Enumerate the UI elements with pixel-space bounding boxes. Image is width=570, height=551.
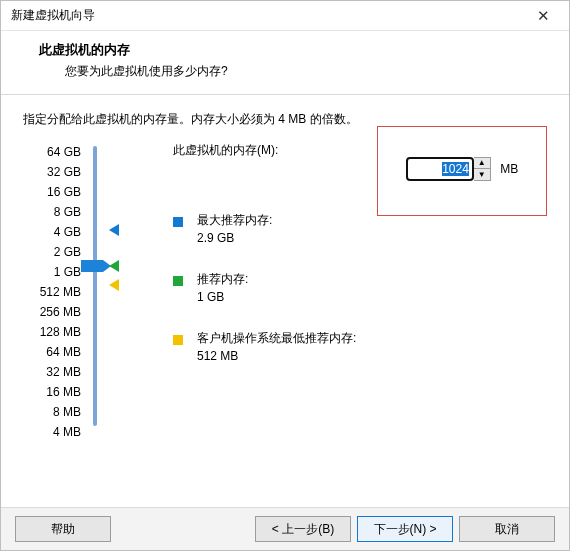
max-recommended-value: 2.9 GB xyxy=(197,231,272,247)
square-yellow-icon xyxy=(173,335,183,345)
memory-unit: MB xyxy=(500,162,518,176)
memory-step-up-button[interactable]: ▲ xyxy=(474,158,490,169)
marker-max-icon xyxy=(109,224,119,236)
memory-slider-thumb[interactable] xyxy=(81,260,103,272)
scale-label: 256 MB xyxy=(23,302,81,322)
content-area: 指定分配给此虚拟机的内存量。内存大小必须为 4 MB 的倍数。 64 GB 32… xyxy=(1,95,569,507)
help-button[interactable]: 帮助 xyxy=(15,516,111,542)
cancel-button[interactable]: 取消 xyxy=(459,516,555,542)
scale-label: 8 MB xyxy=(23,402,81,422)
page-subtitle: 您要为此虚拟机使用多少内存? xyxy=(39,63,569,80)
min-recommended-label: 客户机操作系统最低推荐内存: xyxy=(197,331,356,347)
recommended-value: 1 GB xyxy=(197,290,248,306)
marker-recommended-icon xyxy=(109,260,119,272)
scale-label: 64 GB xyxy=(23,142,81,162)
scale-label: 8 GB xyxy=(23,202,81,222)
back-button[interactable]: < 上一步(B) xyxy=(255,516,351,542)
square-blue-icon xyxy=(173,217,183,227)
memory-step-down-button[interactable]: ▼ xyxy=(474,169,490,180)
memory-scale: 64 GB 32 GB 16 GB 8 GB 4 GB 2 GB 1 GB 51… xyxy=(23,140,547,470)
scale-label: 4 MB xyxy=(23,422,81,442)
scale-label: 16 MB xyxy=(23,382,81,402)
min-recommended-value: 512 MB xyxy=(197,349,356,365)
info-column: 此虚拟机的内存(M): ▲ ▼ MB 最大 xyxy=(173,142,547,391)
max-recommended-row: 最大推荐内存: 2.9 GB xyxy=(173,213,547,246)
max-recommended-label: 最大推荐内存: xyxy=(197,213,272,229)
wizard-header: 此虚拟机的内存 您要为此虚拟机使用多少内存? xyxy=(1,31,569,95)
scale-label: 1 GB xyxy=(23,262,81,282)
next-button[interactable]: 下一步(N) > xyxy=(357,516,453,542)
recommended-row: 推荐内存: 1 GB xyxy=(173,272,547,305)
scale-label: 16 GB xyxy=(23,182,81,202)
window-title: 新建虚拟机向导 xyxy=(11,7,95,24)
memory-input-highlight: ▲ ▼ MB xyxy=(377,126,547,216)
scale-label: 64 MB xyxy=(23,342,81,362)
memory-input[interactable] xyxy=(406,157,474,181)
scale-label: 2 GB xyxy=(23,242,81,262)
scale-label: 512 MB xyxy=(23,282,81,302)
close-icon[interactable]: ✕ xyxy=(523,8,563,23)
scale-label: 128 MB xyxy=(23,322,81,342)
scale-label: 4 GB xyxy=(23,222,81,242)
min-recommended-row: 客户机操作系统最低推荐内存: 512 MB xyxy=(173,331,547,364)
scale-label: 32 MB xyxy=(23,362,81,382)
recommendations: 最大推荐内存: 2.9 GB 推荐内存: 1 GB xyxy=(173,213,547,365)
memory-spinner: ▲ ▼ xyxy=(406,157,491,181)
scale-label: 32 GB xyxy=(23,162,81,182)
scale-labels: 64 GB 32 GB 16 GB 8 GB 4 GB 2 GB 1 GB 51… xyxy=(23,142,81,442)
wizard-window: 新建虚拟机向导 ✕ 此虚拟机的内存 您要为此虚拟机使用多少内存? 指定分配给此虚… xyxy=(0,0,570,551)
memory-slider-track[interactable] xyxy=(93,146,97,426)
titlebar: 新建虚拟机向导 ✕ xyxy=(1,1,569,31)
spinner-buttons: ▲ ▼ xyxy=(474,157,491,181)
marker-min-icon xyxy=(109,279,119,291)
page-title: 此虚拟机的内存 xyxy=(39,41,569,59)
square-green-icon xyxy=(173,276,183,286)
recommended-label: 推荐内存: xyxy=(197,272,248,288)
wizard-footer: 帮助 < 上一步(B) 下一步(N) > 取消 xyxy=(1,507,569,550)
